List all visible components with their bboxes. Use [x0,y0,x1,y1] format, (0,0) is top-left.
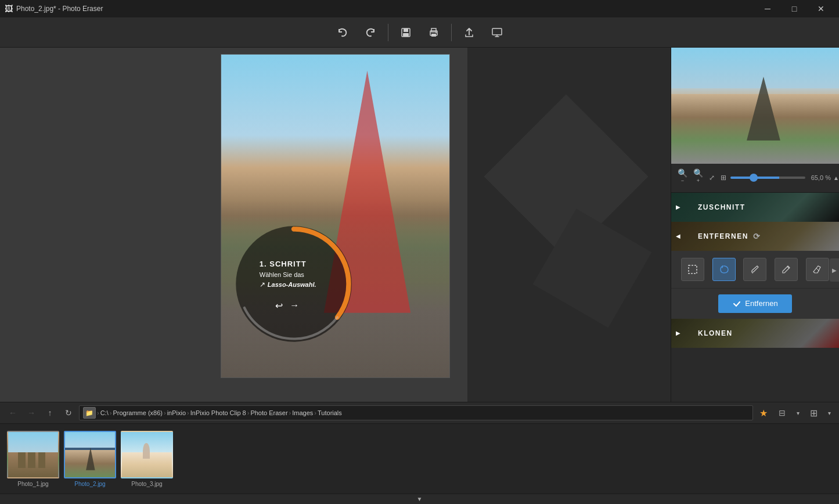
filmstrip: Photo_1.jpg Photo_2.jpg Photo_3.jpg [0,424,839,494]
film-item-photo2[interactable]: Photo_2.jpg [64,431,116,487]
rect-selection-tool[interactable] [681,258,704,281]
title-bar-controls: ─ □ ✕ [754,0,834,17]
svg-rect-4 [431,28,436,32]
pencil-tool[interactable] [775,258,798,281]
svg-rect-2 [403,33,409,37]
breadcrumb-images[interactable]: Images [292,409,313,416]
breadcrumb-photoclip[interactable]: InPixio Photo Clip 8 [190,409,246,416]
klonen-section: ▶ KLONEN [671,319,839,348]
maximize-button[interactable]: □ [781,0,808,17]
film-item-photo3[interactable]: Photo_3.jpg [121,431,173,487]
main-area: 1. SCHRITT Wählen Sie das ↗ Lasso-Auswah… [0,48,839,402]
file-browser-bar: ← → ↑ ↻ 📁 › C:\ › Programme (x86) › inPi… [0,402,839,424]
zoom-collapse-button[interactable]: ▲ [833,175,839,181]
save-button[interactable] [393,21,419,44]
title-bar-left: 🖼 Photo_2.jpg* - Photo Eraser [5,4,103,13]
zoom-actual-button[interactable]: ⊞ [719,172,728,183]
step-number: 1. SCHRITT [260,260,316,268]
forward-button[interactable]: → [23,405,39,420]
redo-button[interactable] [358,21,383,44]
zoom-in-button[interactable]: 🔍+ [692,167,705,189]
back-button[interactable]: ← [5,405,21,420]
film-label-photo3: Photo_3.jpg [131,481,162,487]
lasso-selection-tool[interactable] [712,258,736,281]
zoom-slider-container [730,177,805,179]
zuschnitt-section: ▶ ZUSCHNITT [671,193,839,222]
display-button[interactable] [484,21,510,44]
thumb-sky [671,48,839,88]
image-container[interactable]: 1. SCHRITT Wählen Sie das ↗ Lasso-Auswah… [221,54,450,378]
svg-rect-11 [689,265,697,273]
film-thumb-photo3 [121,431,173,478]
layout-button[interactable]: ⊞ [805,405,822,420]
breadcrumb-inpixio[interactable]: inPixio [167,409,186,416]
film-label-photo2: Photo_2.jpg [74,481,105,487]
step-forward-arrow[interactable]: → [290,300,299,311]
step-back-arrow[interactable]: ↩ [275,300,283,311]
zuschnitt-expand-arrow: ▶ [676,204,680,210]
toolbar-sep1 [388,24,388,41]
zuschnitt-title: ZUSCHNITT [680,203,746,211]
toolbar [0,17,839,48]
svg-point-6 [435,32,437,33]
print-button[interactable] [421,21,446,44]
klonen-header[interactable]: ▶ KLONEN [671,319,839,348]
breadcrumb-photoeraser[interactable]: Photo Eraser [250,409,287,416]
klonen-title: KLONEN [680,329,733,337]
title-bar: 🖼 Photo_2.jpg* - Photo Eraser ─ □ ✕ [0,0,839,17]
file-bar-end: ★ ⊟ ▾ ⊞ ▾ [755,405,834,420]
zoom-controls: 🔍− 🔍+ ⤢ ⊞ 65,0 % ▲ [671,164,839,193]
brush-tool[interactable] [743,258,766,281]
paris-image: 1. SCHRITT Wählen Sie das ↗ Lasso-Auswah… [221,54,450,378]
layout-options-button[interactable]: ▾ [824,405,834,420]
side-expand-button[interactable]: ▶ [830,258,839,282]
app-icon: 🖼 [5,4,13,13]
eraser-tool[interactable] [806,258,829,281]
bottom-bar: ▼ [0,494,839,504]
tool-buttons-row [671,251,839,288]
breadcrumb-c[interactable]: C:\ [100,409,109,416]
entfernen-icon: ⟳ [753,232,761,241]
up-button[interactable]: ↑ [42,405,58,420]
entfernen-panel-content: Entfernen [671,251,839,319]
film-label-photo1: Photo_1.jpg [17,481,48,487]
zoom-out-button[interactable]: 🔍− [676,167,689,189]
favorites-button[interactable]: ★ [755,405,772,420]
undo-button[interactable] [330,21,355,44]
window-title: Photo_2.jpg* - Photo Eraser [16,5,103,13]
zoom-slider[interactable] [730,177,805,179]
svg-rect-1 [404,28,408,32]
entfernen-btn-row: Entfernen [671,288,839,319]
step-lasso: Lasso-Auswahl. [268,280,316,289]
view-options-button[interactable]: ▾ [793,405,803,420]
step-circle: 1. SCHRITT Wählen Sie das ↗ Lasso-Auswah… [233,223,355,345]
film-thumb-photo2 [64,431,116,478]
collapse-filmstrip-button[interactable]: ▼ [417,496,423,502]
breadcrumb-programme[interactable]: Programme (x86) [113,409,163,416]
step-nav-arrows: ↩ → [275,300,299,311]
film1-sky [8,432,58,452]
close-button[interactable]: ✕ [808,0,834,17]
canvas-area: 1. SCHRITT Wählen Sie das ↗ Lasso-Auswah… [0,48,671,402]
breadcrumb-bar: 📁 › C:\ › Programme (x86) › inPixio › In… [79,405,753,420]
entfernen-title: ENTFERNEN ⟳ [680,232,761,241]
view-toggle-button[interactable]: ⊟ [774,405,790,420]
film2-sky [65,432,115,448]
zoom-fit-button[interactable]: ⤢ [707,172,716,183]
entfernen-button[interactable]: Entfernen [718,294,791,313]
film3-person [143,443,150,459]
minimize-button[interactable]: ─ [754,0,781,17]
thumbnail-image [671,48,839,164]
breadcrumb-tutorials[interactable]: Tutorials [318,409,342,416]
folder-icon-button[interactable]: 📁 [83,407,96,419]
refresh-button[interactable]: ↻ [60,405,77,420]
zuschnitt-header[interactable]: ▶ ZUSCHNITT [671,193,839,222]
toolbar-sep2 [451,24,452,41]
film-item-photo1[interactable]: Photo_1.jpg [7,431,59,487]
entfernen-header[interactable]: ◀ ENTFERNEN ⟳ [671,222,839,251]
zoom-value: 65,0 % [808,174,831,181]
share-button[interactable] [456,21,482,44]
klonen-expand-arrow: ▶ [676,330,680,336]
film-thumb-photo1 [7,431,59,478]
svg-rect-7 [492,28,502,35]
